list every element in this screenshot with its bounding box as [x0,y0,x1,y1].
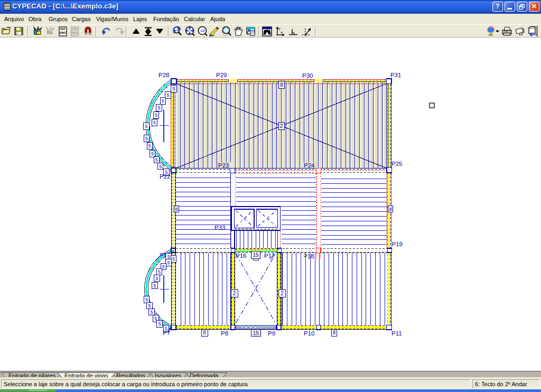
svg-text:P9: P9 [268,330,275,337]
svg-text:5: 5 [155,276,158,281]
svg-text:DWG: DWG [71,31,78,34]
svg-text:5: 5 [158,269,161,275]
svg-text:P28: P28 [158,72,169,78]
svg-text:P19: P19 [392,241,403,247]
svg-text:8: 8 [280,82,283,88]
svg-text:P7: P7 [163,330,170,336]
svg-text:DXF: DXF [72,27,78,31]
svg-text:P11: P11 [391,330,402,337]
svg-text:5: 5 [167,254,170,259]
svg-text:2: 2 [280,123,283,129]
svg-text:5: 5 [155,113,157,118]
svg-text:5: 5 [150,310,153,315]
svg-text:P29: P29 [216,72,227,78]
svg-text:P31: P31 [390,72,401,78]
svg-text:5: 5 [145,297,148,302]
svg-text:R: R [176,29,179,32]
svg-text:8: 8 [203,330,206,335]
svg-text:5: 5 [172,256,175,262]
svg-text:P16: P16 [236,253,246,259]
svg-text:5: 5 [153,120,156,125]
svg-text:15: 15 [253,252,259,258]
svg-text:5: 5 [162,264,165,269]
svg-text:P24: P24 [304,162,315,169]
svg-text:P30: P30 [302,72,313,79]
svg-text:5: 5 [155,157,158,163]
svg-text:5: 5 [166,92,169,98]
svg-text:P8: P8 [221,330,228,337]
svg-text:5: 5 [145,124,147,129]
svg-text:P18: P18 [303,253,314,259]
svg-text:5: 5 [158,321,161,326]
svg-text:5: 5 [167,260,170,265]
svg-text:15: 15 [253,330,259,336]
svg-text:8: 8 [175,206,178,212]
svg-text:x: x [281,31,283,34]
svg-text:8: 8 [333,330,336,335]
svg-text:5: 5 [148,303,151,309]
svg-text:P33: P33 [214,225,225,231]
svg-text:P17: P17 [264,253,275,259]
svg-text:2: 2 [281,291,284,296]
svg-text:2: 2 [233,291,236,296]
svg-text:5: 5 [172,86,175,91]
svg-text:5: 5 [148,143,151,148]
svg-text:P10: P10 [304,330,314,337]
svg-text:5: 5 [153,283,156,288]
svg-text:5: 5 [151,151,154,156]
svg-text:×2: ×2 [200,29,206,33]
svg-text:8: 8 [389,206,392,212]
svg-text:P25: P25 [391,161,402,167]
svg-text:5: 5 [159,164,162,169]
svg-text:DWG: DWG [60,31,66,34]
svg-text:P23: P23 [218,162,229,169]
svg-text:5: 5 [145,136,148,141]
svg-text:P22: P22 [160,173,170,180]
svg-text:DXF: DXF [60,27,66,31]
svg-text:5: 5 [162,98,164,104]
svg-text:5: 5 [157,105,160,110]
